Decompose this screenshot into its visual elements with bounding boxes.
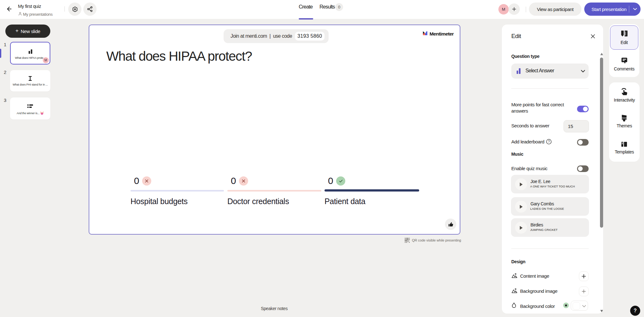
svg-text:?: ? xyxy=(548,140,550,143)
